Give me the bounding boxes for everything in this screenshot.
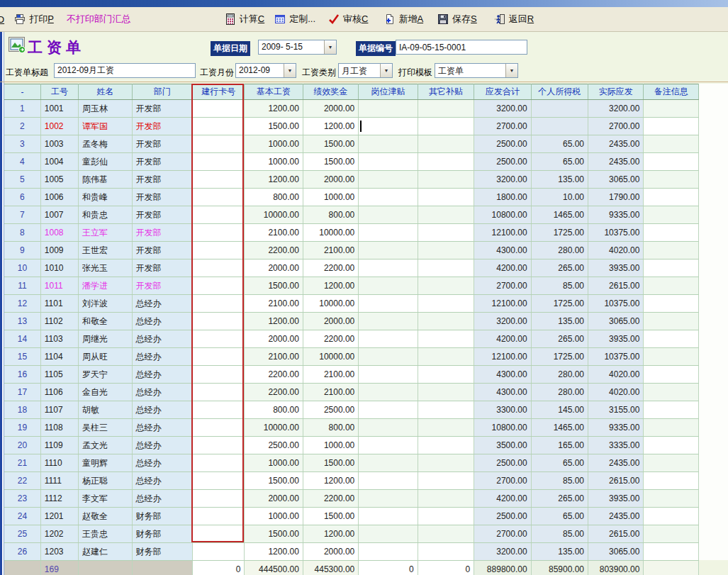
cell-id[interactable]: 1011 bbox=[40, 277, 78, 295]
column-header-base[interactable]: 基本工资 bbox=[245, 84, 303, 100]
cell-name[interactable]: 周继光 bbox=[79, 330, 132, 348]
cell-bank[interactable] bbox=[192, 454, 244, 472]
cell-total[interactable]: 889800.00 bbox=[474, 561, 531, 575]
cell-post[interactable] bbox=[359, 259, 418, 277]
cell-num[interactable]: 6 bbox=[4, 189, 40, 206]
cell-num[interactable]: 23 bbox=[4, 490, 40, 508]
cell-bonus[interactable]: 2100.00 bbox=[303, 242, 358, 259]
cell-bonus[interactable]: 10000.00 bbox=[303, 348, 358, 366]
cell-post[interactable] bbox=[359, 277, 418, 295]
cell-dept[interactable]: 总经办 bbox=[132, 472, 192, 490]
cell-num[interactable]: 19 bbox=[4, 419, 40, 437]
cell-other[interactable] bbox=[418, 472, 474, 490]
cell-bonus[interactable]: 2000.00 bbox=[303, 313, 358, 330]
cell-dept[interactable]: 总经办 bbox=[132, 330, 192, 348]
cell-actual[interactable]: 2700.00 bbox=[588, 118, 644, 135]
toolbar-no-dept-summary[interactable]: 不打印部门汇总 bbox=[67, 13, 131, 26]
cell-base[interactable]: 10000.00 bbox=[245, 419, 303, 437]
cell-tax[interactable]: 1725.00 bbox=[531, 348, 588, 366]
cell-post[interactable] bbox=[359, 118, 418, 135]
cell-tax[interactable]: 135.00 bbox=[531, 171, 588, 189]
cell-other[interactable] bbox=[418, 454, 474, 472]
cell-num[interactable]: 5 bbox=[4, 171, 40, 189]
cell-bonus[interactable]: 2200.00 bbox=[303, 259, 358, 277]
cell-tax[interactable]: 65.00 bbox=[531, 135, 588, 153]
cell-post[interactable] bbox=[359, 419, 418, 437]
cell-bonus[interactable]: 1200.00 bbox=[303, 118, 358, 135]
cell-bank[interactable] bbox=[192, 135, 244, 153]
cell-bank[interactable] bbox=[192, 295, 244, 313]
cell-base[interactable]: 1200.00 bbox=[245, 543, 303, 561]
cell-num[interactable]: 15 bbox=[4, 348, 40, 366]
cell-post[interactable] bbox=[359, 224, 418, 242]
cell-bonus[interactable]: 2500.00 bbox=[303, 401, 358, 419]
cell-num[interactable]: 13 bbox=[4, 313, 40, 330]
cell-name[interactable]: 陈伟基 bbox=[79, 171, 132, 189]
cell-other[interactable] bbox=[418, 153, 474, 171]
cell-num[interactable]: 2 bbox=[4, 118, 40, 135]
cell-dept[interactable]: 总经办 bbox=[132, 313, 192, 330]
cell-base[interactable]: 1000.00 bbox=[245, 454, 303, 472]
cell-note[interactable] bbox=[644, 490, 699, 508]
cell-bonus[interactable]: 1200.00 bbox=[303, 472, 358, 490]
cell-actual[interactable]: 3935.00 bbox=[588, 330, 644, 348]
cell-tax[interactable] bbox=[531, 100, 588, 118]
cell-note[interactable] bbox=[644, 561, 699, 575]
cell-total[interactable]: 2700.00 bbox=[474, 472, 531, 490]
cell-total[interactable]: 4300.00 bbox=[474, 384, 531, 401]
cell-note[interactable] bbox=[644, 330, 699, 348]
cell-base[interactable]: 444500.00 bbox=[245, 561, 303, 575]
cell-base[interactable]: 1500.00 bbox=[245, 472, 303, 490]
cell-num[interactable]: 20 bbox=[4, 437, 40, 454]
chevron-down-icon[interactable]: ▼ bbox=[505, 64, 517, 77]
cell-total[interactable]: 4200.00 bbox=[474, 490, 531, 508]
cell-other[interactable] bbox=[418, 490, 474, 508]
cell-tax[interactable]: 65.00 bbox=[531, 153, 588, 171]
cell-tax[interactable]: 1725.00 bbox=[531, 224, 588, 242]
cell-note[interactable] bbox=[644, 384, 699, 401]
cell-note[interactable] bbox=[644, 472, 699, 490]
cell-actual[interactable]: 2615.00 bbox=[588, 472, 644, 490]
sheet-title-input[interactable] bbox=[54, 63, 196, 78]
cell-bank[interactable] bbox=[192, 259, 244, 277]
cell-note[interactable] bbox=[644, 295, 699, 313]
cell-bank[interactable] bbox=[192, 224, 244, 242]
cell-num[interactable]: 26 bbox=[4, 543, 40, 561]
cell-id[interactable]: 1106 bbox=[40, 384, 78, 401]
cell-tax[interactable]: 10.00 bbox=[531, 189, 588, 206]
cell-id[interactable]: 1202 bbox=[40, 525, 78, 543]
cell-other[interactable] bbox=[418, 100, 474, 118]
cell-note[interactable] bbox=[644, 189, 699, 206]
cell-id[interactable]: 1201 bbox=[40, 508, 78, 525]
cell-dept[interactable]: 财务部 bbox=[132, 525, 192, 543]
cell-name[interactable]: 潘学进 bbox=[79, 277, 132, 295]
cell-tax[interactable]: 85.00 bbox=[531, 525, 588, 543]
cell-num[interactable]: 11 bbox=[4, 277, 40, 295]
doc-no-input[interactable] bbox=[396, 40, 527, 55]
cell-bonus[interactable]: 2000.00 bbox=[303, 171, 358, 189]
cell-note[interactable] bbox=[644, 153, 699, 171]
cell-num[interactable]: 9 bbox=[4, 242, 40, 259]
cell-bank[interactable] bbox=[192, 242, 244, 259]
cell-post[interactable] bbox=[359, 153, 418, 171]
cell-name[interactable]: 王世宏 bbox=[79, 242, 132, 259]
cell-post[interactable] bbox=[359, 366, 418, 384]
cell-name[interactable]: 罗天宁 bbox=[79, 366, 132, 384]
cell-bonus[interactable]: 10000.00 bbox=[303, 295, 358, 313]
cell-other[interactable] bbox=[418, 171, 474, 189]
column-header-note[interactable]: 备注信息 bbox=[644, 84, 699, 100]
cell-dept[interactable]: 总经办 bbox=[132, 437, 192, 454]
cell-dept[interactable]: 财务部 bbox=[132, 508, 192, 525]
cell-other[interactable] bbox=[418, 348, 474, 366]
cell-other[interactable] bbox=[418, 242, 474, 259]
cell-other[interactable] bbox=[418, 189, 474, 206]
cell-dept[interactable]: 总经办 bbox=[132, 490, 192, 508]
cell-total[interactable]: 3200.00 bbox=[474, 313, 531, 330]
column-header-bank[interactable]: 建行卡号 bbox=[192, 84, 244, 100]
cell-name[interactable]: 刘洋波 bbox=[79, 295, 132, 313]
cell-base[interactable]: 2000.00 bbox=[245, 330, 303, 348]
cell-id[interactable]: 1005 bbox=[40, 171, 78, 189]
cell-actual[interactable]: 9335.00 bbox=[588, 206, 644, 224]
cell-bank[interactable] bbox=[192, 189, 244, 206]
cell-total[interactable]: 12100.00 bbox=[474, 348, 531, 366]
